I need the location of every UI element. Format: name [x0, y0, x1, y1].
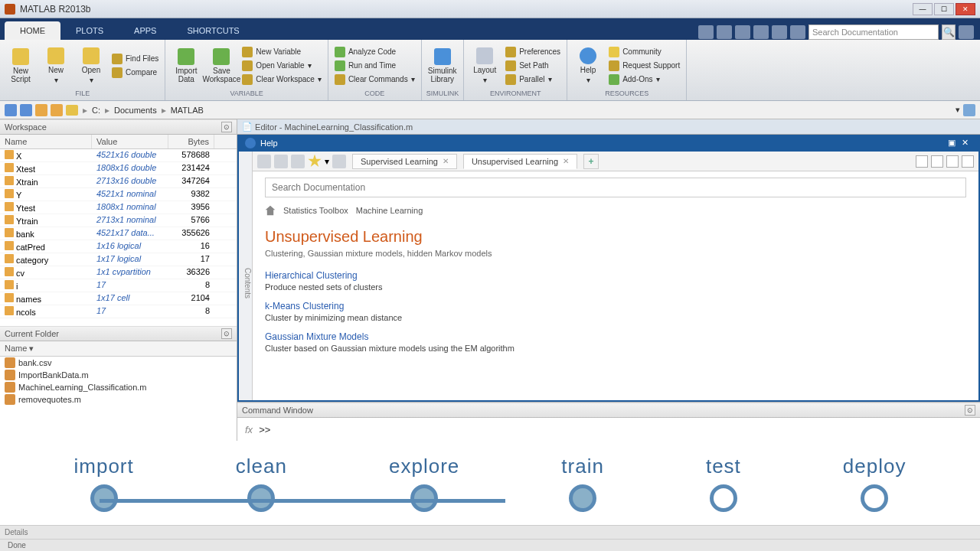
table-row[interactable]: bank4521x17 data...355626 [0, 227, 237, 240]
clear-workspace-button[interactable]: Clear Workspace ▾ [240, 73, 323, 86]
cut-icon[interactable] [698, 25, 714, 39]
help-undock-icon[interactable]: ▣ [948, 138, 959, 148]
forward-icon[interactable] [20, 104, 32, 116]
home-icon[interactable] [265, 205, 276, 216]
crumb-drive[interactable]: C: [92, 106, 100, 115]
list-item[interactable]: bank.csv [0, 357, 237, 369]
minimize-button[interactable]: — [913, 3, 933, 15]
layout-single-icon[interactable] [946, 155, 959, 168]
simulink-library-button[interactable]: Simulink Library [426, 43, 459, 88]
close-button[interactable]: ✕ [956, 3, 975, 15]
crumb-documents[interactable]: Documents [114, 106, 157, 115]
list-item[interactable]: MachineLearning_Classification.m [0, 381, 237, 393]
import-data-button[interactable]: Import Data [170, 43, 202, 88]
table-row[interactable]: cv1x1 cvpartition36326 [0, 266, 237, 279]
list-item[interactable]: removequotes.m [0, 393, 237, 406]
browse-icon[interactable] [51, 104, 63, 116]
back-icon[interactable] [5, 104, 17, 116]
table-row[interactable]: category1x17 logical17 [0, 253, 237, 266]
help-crumb-toolbox[interactable]: Statistics Toolbox [283, 206, 348, 215]
collapse-ribbon-icon[interactable] [959, 25, 974, 39]
undo-icon[interactable] [753, 25, 769, 39]
open-variable-button[interactable]: Open Variable ▾ [240, 60, 323, 72]
ws-var-name: X [0, 149, 92, 161]
run-and-time-button[interactable]: Run and Time [333, 60, 416, 72]
ribbon-tab-shortcuts[interactable]: SHORTCUTS [172, 21, 254, 40]
help-section-link[interactable]: Gaussian Mixture Models [265, 331, 966, 342]
help-favorite-icon[interactable] [308, 155, 322, 168]
new-button[interactable]: New▾ [40, 43, 72, 88]
copy-icon[interactable] [717, 25, 732, 39]
help-close-icon[interactable]: ✕ [962, 138, 972, 148]
new-variable-button[interactable]: New Variable [240, 46, 323, 58]
current-folder-options-icon[interactable]: ⊙ [221, 328, 232, 339]
addons-button[interactable]: Add-Ons ▾ [607, 73, 681, 86]
doc-search-input[interactable]: Search Documentation [808, 24, 939, 40]
ribbon-tab-plots[interactable]: PLOTS [60, 21, 119, 40]
table-row[interactable]: Ytrain2713x1 nominal5766 [0, 214, 237, 227]
workspace-options-icon[interactable]: ⊙ [221, 122, 232, 132]
set-path-button[interactable]: Set Path [504, 60, 562, 72]
maximize-button[interactable]: ☐ [934, 3, 954, 15]
command-window-body[interactable]: fx >> [237, 418, 980, 441]
help-sidebar[interactable]: Contents [239, 152, 253, 400]
table-row[interactable]: Xtest1808x16 double231424 [0, 162, 237, 175]
paste-icon[interactable] [735, 25, 750, 39]
chevron-down-icon[interactable]: ▾ [325, 156, 329, 167]
help-ribbon-icon[interactable] [790, 25, 805, 39]
command-window-options-icon[interactable]: ⊙ [965, 405, 975, 416]
doc-search-button[interactable]: 🔍 [942, 24, 956, 40]
help-new-tab-button[interactable]: + [583, 154, 599, 169]
ribbon-tab-home[interactable]: HOME [5, 21, 60, 40]
list-item[interactable]: ImportBankData.m [0, 369, 237, 381]
layout-grid-icon[interactable] [916, 155, 928, 168]
ribbon-tab-apps[interactable]: APPS [119, 21, 172, 40]
open-button[interactable]: Open▾ [75, 43, 107, 88]
request-support-button[interactable]: Request Support [607, 60, 681, 72]
help-crumb-ml[interactable]: Machine Learning [356, 206, 423, 215]
layout-split-icon[interactable] [931, 155, 943, 168]
search-folder-icon[interactable] [963, 104, 975, 116]
fx-icon[interactable]: fx [245, 424, 253, 435]
find-files-button[interactable]: Find Files [110, 53, 160, 65]
help-print-icon[interactable] [332, 155, 346, 168]
table-row[interactable]: Ytest1808x1 nominal3956 [0, 201, 237, 214]
details-bar[interactable]: Details [0, 525, 980, 539]
new-script-button[interactable]: New Script [5, 43, 37, 88]
table-row[interactable]: X4521x16 double578688 [0, 149, 237, 162]
community-button[interactable]: Community [607, 46, 681, 58]
cf-col-name[interactable]: Name ▾ [0, 341, 237, 357]
close-icon[interactable]: ✕ [563, 157, 569, 165]
compare-button[interactable]: Compare [110, 67, 160, 79]
table-row[interactable]: Xtrain2713x16 double347264 [0, 175, 237, 188]
layout-button[interactable]: Layout▾ [469, 43, 501, 88]
clear-commands-button[interactable]: Clear Commands ▾ [333, 73, 416, 86]
ws-col-value[interactable]: Value [92, 135, 168, 148]
close-icon[interactable]: ✕ [443, 157, 449, 165]
layout-max-icon[interactable] [962, 155, 974, 168]
table-row[interactable]: i178 [0, 279, 237, 292]
help-section-link[interactable]: k-Means Clustering [265, 301, 966, 311]
crumb-dropdown-icon[interactable]: ▾ [956, 105, 960, 115]
up-icon[interactable] [35, 104, 47, 116]
help-button[interactable]: Help▾ [572, 43, 604, 88]
analyze-code-button[interactable]: Analyze Code [333, 46, 416, 58]
table-row[interactable]: names1x17 cell2104 [0, 292, 237, 305]
table-row[interactable]: catPred1x16 logical16 [0, 240, 237, 253]
save-workspace-button[interactable]: Save Workspace [205, 43, 237, 88]
ws-col-name[interactable]: Name [0, 135, 92, 148]
help-search-input[interactable] [265, 178, 966, 197]
help-tab-supervised[interactable]: Supervised Learning ✕ [352, 154, 457, 169]
help-tab-unsupervised[interactable]: Unsupervised Learning ✕ [463, 154, 577, 169]
crumb-matlab[interactable]: MATLAB [171, 106, 204, 115]
help-forward-icon[interactable] [274, 155, 288, 168]
help-back-icon[interactable] [257, 155, 271, 168]
help-section-link[interactable]: Hierarchical Clustering [265, 270, 966, 281]
parallel-button[interactable]: Parallel ▾ [504, 73, 562, 86]
preferences-button[interactable]: Preferences [504, 46, 562, 58]
redo-icon[interactable] [772, 25, 787, 39]
table-row[interactable]: Y4521x1 nominal9382 [0, 188, 237, 201]
ws-col-bytes[interactable]: Bytes [168, 135, 214, 148]
table-row[interactable]: ncols178 [0, 305, 237, 318]
help-home-icon[interactable] [291, 155, 305, 168]
